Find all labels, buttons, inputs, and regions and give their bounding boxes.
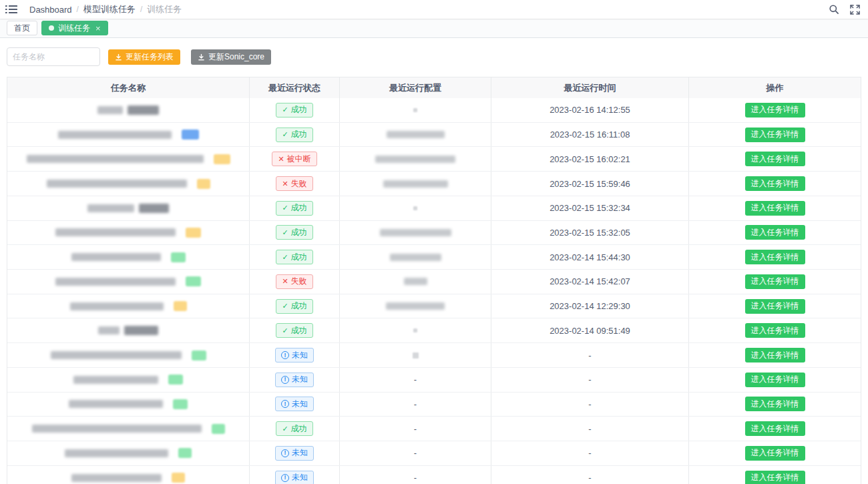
breadcrumb: Dashboard / 模型训练任务 / 训练任务 — [29, 3, 182, 15]
actions-cell: 进入任务详情 — [689, 245, 861, 269]
enter-task-detail-button[interactable]: 进入任务详情 — [745, 323, 805, 338]
run-config-cell — [340, 147, 491, 171]
update-task-list-button[interactable]: 更新任务列表 — [108, 49, 180, 65]
run-time-cell: 2023-02-14 15:44:30 — [491, 245, 689, 269]
run-config-cell — [340, 294, 491, 318]
redacted-task-name — [7, 204, 249, 213]
table-row: !未知--进入任务详情 — [7, 466, 861, 484]
task-name-search-input[interactable] — [7, 47, 100, 66]
enter-task-detail-button[interactable]: 进入任务详情 — [745, 225, 805, 240]
column-header-run-time: 最近运行时间 — [491, 77, 689, 98]
search-icon[interactable] — [829, 4, 839, 15]
tab-bar: 首页 训练任务 × — [0, 19, 868, 38]
breadcrumb-item-model-training[interactable]: 模型训练任务 — [83, 3, 136, 15]
empty-value: - — [414, 424, 417, 434]
task-tag-badge-yellow — [172, 473, 185, 483]
task-name-cell — [7, 172, 250, 196]
enter-task-detail-button[interactable]: 进入任务详情 — [745, 299, 805, 314]
run-time-value: - — [588, 375, 591, 385]
status-label: 成功 — [291, 202, 307, 214]
run-time-cell: 2023-02-15 15:32:05 — [491, 221, 689, 245]
task-name-cell — [7, 98, 250, 122]
task-name-cell — [7, 221, 250, 245]
enter-task-detail-button[interactable]: 进入任务详情 — [745, 397, 805, 411]
task-name-cell — [7, 318, 250, 342]
run-status-cell: ✓成功 — [250, 245, 340, 269]
run-time-cell: 2023-02-16 14:12:55 — [491, 98, 689, 122]
redacted-task-name — [7, 473, 249, 483]
redacted-config-dot — [413, 108, 417, 112]
redacted-text-block — [58, 131, 172, 139]
enter-task-detail-button[interactable]: 进入任务详情 — [745, 421, 805, 436]
run-status-cell: !未知 — [250, 466, 340, 484]
enter-task-detail-button[interactable]: 进入任务详情 — [745, 176, 805, 191]
run-time-value: 2023-02-15 15:59:46 — [550, 179, 630, 189]
redacted-config-text — [383, 180, 448, 188]
sidebar-collapse-icon[interactable] — [5, 5, 17, 14]
breadcrumb-item-dashboard[interactable]: Dashboard — [29, 5, 72, 15]
run-time-cell: - — [491, 343, 689, 367]
status-label: 被中断 — [287, 154, 311, 165]
status-badge-unknown: !未知 — [275, 397, 314, 411]
info-circle-icon: ! — [281, 351, 289, 359]
enter-task-detail-button[interactable]: 进入任务详情 — [745, 201, 805, 216]
redacted-text-block — [51, 351, 182, 359]
redacted-task-name — [7, 326, 249, 335]
redacted-task-name — [7, 448, 249, 458]
task-tag-badge-green — [178, 448, 192, 458]
run-time-value: - — [588, 473, 591, 483]
redacted-text-block — [55, 278, 176, 286]
run-config-cell — [340, 196, 491, 220]
column-header-run-status: 最近运行状态 — [250, 77, 340, 98]
enter-task-detail-button[interactable]: 进入任务详情 — [745, 250, 805, 264]
actions-cell: 进入任务详情 — [689, 318, 861, 342]
enter-task-detail-button[interactable]: 进入任务详情 — [745, 471, 805, 484]
actions-cell: 进入任务详情 — [689, 123, 861, 147]
task-name-cell — [7, 270, 250, 294]
enter-task-detail-button[interactable]: 进入任务详情 — [745, 103, 805, 117]
task-name-cell — [7, 441, 250, 465]
fullscreen-icon[interactable] — [850, 5, 860, 15]
redacted-text-block — [73, 376, 158, 384]
redacted-config-dot — [413, 328, 417, 332]
status-badge-success: ✓成功 — [276, 250, 312, 264]
status-label: 未知 — [292, 472, 308, 483]
redacted-task-name — [7, 252, 249, 262]
actions-cell: 进入任务详情 — [689, 98, 861, 122]
actions-cell: 进入任务详情 — [689, 221, 861, 245]
redacted-text-block — [139, 204, 169, 213]
redacted-task-name — [7, 350, 249, 360]
task-tag-badge-yellow — [174, 301, 187, 311]
run-time-cell: 2023-02-14 09:51:49 — [491, 318, 689, 342]
run-time-cell: 2023-02-14 12:29:30 — [491, 294, 689, 318]
enter-task-detail-button[interactable]: 进入任务详情 — [745, 152, 805, 166]
tab-training-tasks[interactable]: 训练任务 × — [41, 21, 108, 35]
run-time-value: - — [588, 448, 591, 458]
table-row: ✓成功2023-02-16 14:12:55进入任务详情 — [7, 98, 861, 123]
update-sonic-core-button[interactable]: 更新Sonic_core — [191, 49, 271, 65]
enter-task-detail-button[interactable]: 进入任务详情 — [745, 274, 805, 289]
tab-home[interactable]: 首页 — [7, 21, 37, 35]
task-name-cell — [7, 466, 250, 484]
actions-cell: 进入任务详情 — [689, 172, 861, 196]
info-circle-icon: ! — [281, 449, 289, 457]
column-header-actions: 操作 — [689, 77, 861, 98]
enter-task-detail-button[interactable]: 进入任务详情 — [745, 348, 805, 362]
run-config-cell — [340, 98, 491, 122]
redacted-config-text — [387, 131, 445, 138]
task-tag-badge-green — [173, 399, 188, 409]
check-icon: ✓ — [282, 106, 288, 113]
close-icon[interactable]: × — [95, 24, 101, 33]
task-tag-badge-green — [171, 252, 186, 262]
run-time-cell: 2023-02-15 16:02:21 — [491, 147, 689, 171]
task-tag-badge-yellow — [186, 228, 201, 238]
run-time-cell: 2023-02-14 15:42:07 — [491, 270, 689, 294]
enter-task-detail-button[interactable]: 进入任务详情 — [745, 446, 805, 461]
enter-task-detail-button[interactable]: 进入任务详情 — [745, 373, 805, 387]
check-icon: ✓ — [282, 229, 288, 236]
run-time-value: - — [588, 350, 591, 360]
run-config-cell: - — [340, 441, 491, 465]
enter-task-detail-button[interactable]: 进入任务详情 — [745, 128, 805, 142]
download-icon — [115, 53, 122, 61]
run-config-cell — [340, 221, 491, 245]
